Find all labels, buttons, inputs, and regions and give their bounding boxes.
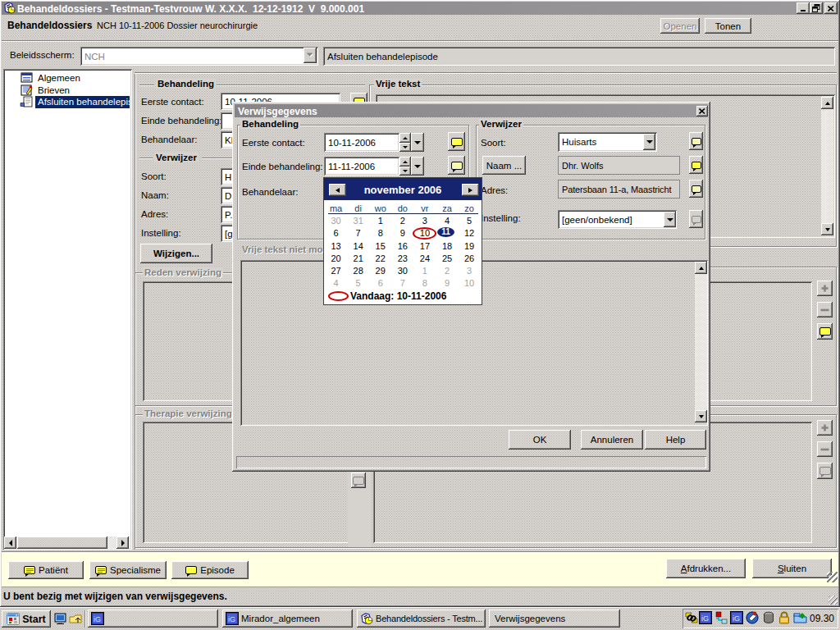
svg-text:iG: iG	[228, 615, 235, 623]
svg-text:iG: iG	[733, 614, 740, 623]
svg-text:iG: iG	[701, 614, 709, 623]
svg-text:iG: iG	[94, 615, 101, 623]
